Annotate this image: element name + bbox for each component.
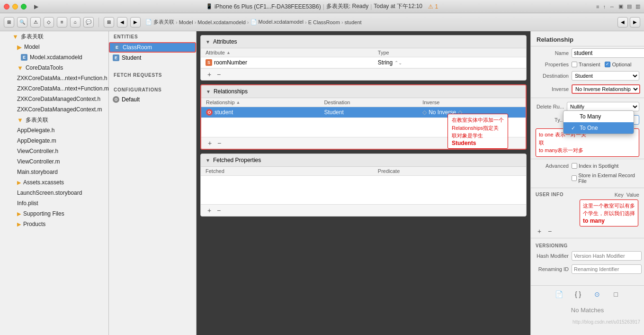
sidebar-item-function-m[interactable]: ZXKCoreDataMa...ntext+Function.m bbox=[0, 83, 108, 94]
entity-icon-e: E bbox=[114, 44, 120, 51]
remove-rel-btn[interactable]: − bbox=[215, 139, 223, 147]
index-cb[interactable] bbox=[572, 163, 577, 169]
delete-rule-label: Delete Ru... bbox=[536, 104, 564, 109]
entity-name: ClassRoom bbox=[123, 44, 152, 51]
toolbar-nav-back[interactable]: ◀ bbox=[117, 17, 127, 27]
nav-icon[interactable]: ↔ bbox=[609, 4, 615, 9]
sidebar-item-managed-m[interactable]: ZXKCoreDataManagedContext.m bbox=[0, 104, 108, 115]
sidebar-item-function-h[interactable]: ZXKCoreDataMa...ntext+Function.h bbox=[0, 73, 108, 83]
fetched-header: ▼ Fetched Properties bbox=[201, 154, 526, 167]
toolbar-nav-fwd[interactable]: ▶ bbox=[130, 17, 141, 27]
remove-user-info-btn[interactable]: − bbox=[546, 227, 554, 235]
sidebar-item-managed-h[interactable]: ZXKCoreDataManagedContext.h bbox=[0, 94, 108, 104]
name-input[interactable] bbox=[572, 48, 644, 58]
sidebar-item-products[interactable]: ▶ Products bbox=[0, 219, 108, 229]
close-button[interactable] bbox=[4, 4, 9, 9]
toolbar-search-btn[interactable]: 🔍 bbox=[17, 17, 27, 27]
sidebar-item-xcdatamodeld[interactable]: E Model.xcdatamodeld bbox=[0, 52, 108, 63]
sidebar-item-label: Model.xcdatamodeld bbox=[30, 54, 82, 61]
renaming-id-input[interactable] bbox=[572, 264, 642, 274]
sidebar-item-launchscreen[interactable]: LaunchScreen.storyboard bbox=[0, 188, 108, 198]
sidebar-item-appdelegate-h[interactable]: AppDelegate.h bbox=[0, 125, 108, 136]
attr-type-cell: String ⌃⌄ bbox=[378, 59, 521, 66]
hash-modifier-input[interactable] bbox=[572, 251, 642, 261]
entity-item-classroom[interactable]: E ClassRoom bbox=[109, 42, 196, 53]
fetched-header-row: Fetched Predicate bbox=[201, 167, 526, 176]
sidebar-item-label: 多表关联 bbox=[26, 116, 48, 124]
attr-type-icon: S bbox=[206, 59, 212, 66]
add-rel-btn[interactable]: + bbox=[206, 139, 214, 147]
layout-icon[interactable]: ▣ bbox=[618, 3, 623, 9]
sort-icon: ▲ bbox=[226, 50, 231, 55]
sidebar-item-viewcontroller-m[interactable]: ViewController.m bbox=[0, 156, 108, 167]
collapse-triangle-fetch[interactable]: ▼ bbox=[206, 158, 210, 163]
sidebar-item-group2[interactable]: ▼ 多表关联 bbox=[0, 115, 108, 125]
divider-3 bbox=[531, 188, 644, 188]
index-spotlight-label: Index in Spotlight bbox=[579, 163, 618, 169]
sidebar-item-main-storyboard[interactable]: Main.storyboard bbox=[0, 167, 108, 177]
sidebar-item-supporting[interactable]: ▶ Supporting Files bbox=[0, 208, 108, 219]
code-icon[interactable]: { } bbox=[572, 289, 584, 300]
sidebar-item-multitable[interactable]: ▼ 多表关联 bbox=[0, 31, 108, 42]
add-user-info-btn[interactable]: + bbox=[536, 227, 543, 235]
type-label: Ty... bbox=[536, 117, 564, 123]
optional-checkbox[interactable]: Optional bbox=[605, 62, 631, 67]
store-external-checkbox[interactable]: Store in External Record File bbox=[572, 172, 639, 184]
add-attribute-btn[interactable]: + bbox=[206, 71, 213, 78]
sidebar-item-viewcontroller-h[interactable]: ViewController.h bbox=[0, 146, 108, 156]
toolbar-nav-prev[interactable]: ◀ bbox=[617, 17, 628, 27]
toolbar-tag-btn[interactable]: ⌂ bbox=[70, 17, 80, 27]
delete-rule-select[interactable]: Nullify bbox=[567, 102, 639, 111]
fullscreen-button[interactable] bbox=[21, 4, 27, 9]
entity-item-default[interactable]: ⚙ Default bbox=[109, 94, 196, 105]
optional-label: Optional bbox=[612, 62, 631, 67]
layout3-icon[interactable]: ▥ bbox=[635, 3, 640, 9]
collapse-triangle-rel[interactable]: ▼ bbox=[206, 89, 211, 94]
transient-cb[interactable] bbox=[572, 62, 577, 67]
app-layout: ▼ 多表关联 ▶ Model E Model.xcdatamodeld ▼ Co… bbox=[0, 31, 644, 335]
remove-fetch-btn[interactable]: − bbox=[215, 207, 223, 214]
breadcrumb-icon: 📄 bbox=[145, 19, 152, 25]
index-spotlight-checkbox[interactable]: Index in Spotlight bbox=[572, 163, 618, 169]
sidebar-item-label: 多表关联 bbox=[21, 33, 44, 41]
square-icon[interactable]: □ bbox=[610, 289, 622, 300]
sidebar-item-infoplist[interactable]: Info.plist bbox=[0, 198, 108, 208]
properties-checkboxes: Transient Optional bbox=[572, 62, 631, 67]
window-title: 📱 iPhone 6s Plus (CF1...F-DA38FEEE53B6) … bbox=[206, 2, 438, 10]
layout2-icon[interactable]: ▤ bbox=[627, 3, 632, 9]
option-label: To One bbox=[580, 125, 598, 131]
toolbar-list-btn[interactable]: ≡ bbox=[57, 17, 67, 27]
toolbar-nav-next[interactable]: ▶ bbox=[630, 17, 640, 27]
add-fetch-btn[interactable]: + bbox=[206, 207, 213, 214]
minimize-button[interactable] bbox=[12, 4, 18, 9]
inverse-select[interactable]: No Inverse Relationship bbox=[572, 84, 640, 94]
circle-icon[interactable]: ⊙ bbox=[591, 289, 603, 300]
titlebar: ▶ 📱 iPhone 6s Plus (CF1...F-DA38FEEE53B6… bbox=[0, 0, 644, 13]
window-controls-icon[interactable]: ≡ bbox=[596, 4, 599, 9]
toolbar-action-btn[interactable]: ⊞ bbox=[4, 17, 14, 27]
sidebar-item-coredatatools[interactable]: ▼ CoreDataTools bbox=[0, 63, 108, 73]
remove-attribute-btn[interactable]: − bbox=[215, 71, 223, 78]
transient-checkbox[interactable]: Transient bbox=[572, 62, 600, 67]
destination-select[interactable]: Student bbox=[572, 71, 639, 81]
doc-icon[interactable]: 📄 bbox=[554, 289, 565, 300]
attr-col-name: Attribute ▲ bbox=[206, 50, 378, 55]
collapse-triangle[interactable]: ▼ bbox=[206, 39, 210, 45]
sidebar-item-appdelegate-m[interactable]: AppDelegate.m bbox=[0, 136, 108, 146]
store-cb[interactable] bbox=[572, 175, 577, 181]
sidebar-item-label: Model bbox=[24, 44, 40, 50]
toolbar-warn-btn[interactable]: ⚠ bbox=[30, 17, 41, 27]
sidebar-item-assets[interactable]: ▶ Assets.xcassets bbox=[0, 177, 108, 188]
dropdown-option-toone[interactable]: ✓ To One bbox=[564, 122, 634, 134]
toolbar-bubble-btn[interactable]: 💬 bbox=[83, 17, 94, 27]
toolbar-grid-btn[interactable]: ⊞ bbox=[104, 17, 114, 27]
entity-item-student[interactable]: E Student bbox=[109, 53, 196, 63]
dropdown-option-tomany[interactable]: To Many bbox=[564, 111, 634, 122]
back-button[interactable]: ▶ bbox=[34, 3, 38, 10]
share-icon[interactable]: ↑ bbox=[603, 4, 606, 9]
type-arrow: ⌃⌄ bbox=[394, 60, 402, 65]
optional-cb[interactable] bbox=[605, 62, 610, 67]
rel-col-inverse: Inverse bbox=[422, 100, 521, 105]
toolbar-break-btn[interactable]: ◇ bbox=[44, 17, 54, 27]
sidebar-item-model-folder[interactable]: ▶ Model bbox=[0, 42, 108, 52]
